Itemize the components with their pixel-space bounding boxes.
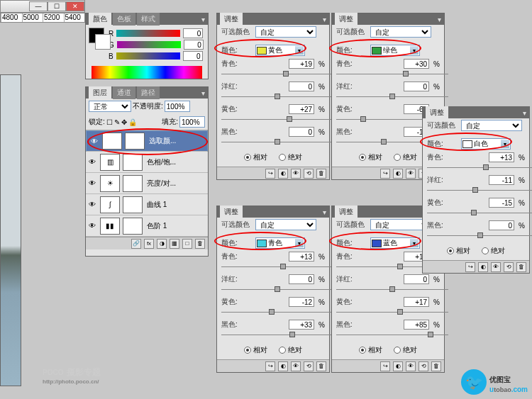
layers-footer-icon[interactable]: □ bbox=[182, 239, 192, 249]
tab-color[interactable]: 颜色 bbox=[89, 13, 111, 26]
adj-footer-icon[interactable]: ⟲ bbox=[419, 361, 428, 371]
color-select[interactable]: 青色▼ bbox=[255, 237, 305, 249]
adj-footer-icon[interactable]: ↪ bbox=[265, 169, 275, 179]
param-input[interactable] bbox=[489, 152, 514, 162]
param-input[interactable] bbox=[489, 175, 514, 185]
lock-pixels-icon[interactable]: ☐ bbox=[106, 118, 113, 126]
color-select[interactable]: 黄色▼ bbox=[255, 45, 305, 56]
param-slider[interactable] bbox=[221, 308, 333, 315]
g-slider[interactable] bbox=[117, 41, 181, 48]
layer-item[interactable]: 👁 ▮▮ 色阶 1 bbox=[86, 215, 208, 237]
adj-footer-icon[interactable]: ◐ bbox=[278, 169, 288, 179]
adj-footer-icon[interactable]: ↪ bbox=[265, 361, 275, 371]
background-color[interactable] bbox=[95, 34, 111, 50]
r-input[interactable] bbox=[183, 28, 203, 38]
param-input[interactable] bbox=[289, 320, 314, 330]
param-slider[interactable] bbox=[221, 286, 333, 293]
layers-footer-icon[interactable]: fx bbox=[144, 239, 154, 249]
layers-footer-icon[interactable]: ▦ bbox=[170, 239, 179, 249]
color-spectrum[interactable] bbox=[92, 66, 202, 79]
preset-select[interactable]: 自定 bbox=[255, 219, 316, 230]
preset-select[interactable]: 自定 bbox=[461, 120, 522, 131]
b-slider[interactable] bbox=[116, 52, 180, 60]
adj-footer-icon[interactable]: ◐ bbox=[278, 361, 288, 371]
r-slider[interactable] bbox=[116, 30, 180, 37]
param-slider[interactable] bbox=[336, 286, 448, 293]
visibility-icon[interactable]: 👁 bbox=[88, 137, 101, 145]
layer-item[interactable]: 👁 ∫ 曲线 1 bbox=[86, 194, 208, 215]
color-select[interactable]: 蓝色▼ bbox=[370, 237, 420, 249]
tab-adjustments[interactable]: 调整 bbox=[220, 13, 243, 26]
adj-footer-icon[interactable]: 👁 bbox=[291, 169, 301, 179]
adj-footer-icon[interactable]: 👁 bbox=[491, 262, 501, 272]
tab-adjustments[interactable]: 调整 bbox=[426, 106, 448, 119]
param-slider[interactable] bbox=[221, 70, 333, 77]
layers-footer-icon[interactable]: 🗑 bbox=[195, 239, 205, 249]
close-button[interactable]: ✕ bbox=[66, 1, 84, 11]
blend-mode-select[interactable]: 正常 bbox=[89, 101, 131, 112]
absolute-radio[interactable]: 绝对 bbox=[394, 152, 417, 162]
param-slider[interactable] bbox=[221, 93, 333, 100]
param-slider[interactable] bbox=[427, 186, 532, 193]
panel-menu-icon[interactable]: ▾ bbox=[438, 16, 441, 23]
visibility-icon[interactable]: 👁 bbox=[86, 179, 99, 187]
fill-input[interactable] bbox=[179, 116, 205, 128]
adj-footer-icon[interactable]: ◐ bbox=[478, 262, 488, 272]
tab-adjustments[interactable]: 调整 bbox=[220, 206, 243, 218]
color-select[interactable]: 白色▼ bbox=[461, 138, 511, 150]
adj-footer-icon[interactable]: ↪ bbox=[380, 169, 390, 179]
param-slider[interactable] bbox=[221, 263, 333, 270]
tab-adjustments[interactable]: 调整 bbox=[335, 206, 358, 218]
param-input[interactable] bbox=[289, 59, 314, 69]
param-input[interactable] bbox=[289, 104, 314, 114]
param-slider[interactable] bbox=[336, 331, 448, 338]
preset-select[interactable]: 自定 bbox=[370, 26, 431, 38]
visibility-icon[interactable]: 👁 bbox=[86, 158, 99, 166]
adj-footer-icon[interactable]: 🗑 bbox=[431, 361, 441, 371]
lock-paint-icon[interactable]: ✎ bbox=[114, 118, 120, 126]
panel-menu-icon[interactable]: ▾ bbox=[323, 208, 326, 216]
adj-footer-icon[interactable]: ⟲ bbox=[304, 169, 314, 179]
adj-footer-icon[interactable]: 👁 bbox=[406, 361, 416, 371]
maximize-button[interactable]: ☐ bbox=[48, 1, 66, 11]
b-input[interactable] bbox=[183, 51, 203, 61]
layers-footer-icon[interactable]: ◑ bbox=[157, 239, 167, 249]
tab-adjustments[interactable]: 调整 bbox=[335, 13, 358, 26]
param-input[interactable] bbox=[289, 82, 314, 91]
param-input[interactable] bbox=[489, 220, 514, 230]
relative-radio[interactable]: 相对 bbox=[359, 152, 382, 162]
param-input[interactable] bbox=[489, 198, 514, 208]
absolute-radio[interactable]: 绝对 bbox=[394, 345, 417, 355]
lock-move-icon[interactable]: ✥ bbox=[121, 118, 127, 126]
adj-footer-icon[interactable]: 🗑 bbox=[516, 262, 526, 272]
param-input[interactable] bbox=[289, 127, 314, 137]
tab-channels[interactable]: 通道 bbox=[113, 86, 135, 99]
relative-radio[interactable]: 相对 bbox=[447, 246, 470, 256]
opacity-input[interactable] bbox=[165, 101, 190, 112]
panel-menu-icon[interactable]: ▾ bbox=[323, 16, 326, 23]
minimize-button[interactable]: — bbox=[29, 1, 48, 11]
absolute-radio[interactable]: 绝对 bbox=[279, 345, 302, 355]
adj-footer-icon[interactable]: ⟲ bbox=[504, 262, 514, 272]
param-input[interactable] bbox=[404, 82, 429, 91]
visibility-icon[interactable]: 👁 bbox=[86, 222, 99, 230]
adj-footer-icon[interactable]: ↪ bbox=[465, 262, 475, 272]
layer-mask[interactable] bbox=[123, 175, 143, 192]
layer-item[interactable]: 👁 ◣ 选取颜... bbox=[86, 130, 208, 152]
adj-footer-icon[interactable]: ◐ bbox=[393, 169, 403, 179]
layer-item[interactable]: 👁 ☀ 亮度/对... bbox=[86, 173, 208, 194]
param-slider[interactable] bbox=[427, 164, 532, 171]
param-input[interactable] bbox=[289, 274, 314, 284]
tab-layers[interactable]: 图层 bbox=[89, 86, 111, 99]
absolute-radio[interactable]: 绝对 bbox=[279, 152, 302, 162]
absolute-radio[interactable]: 绝对 bbox=[482, 246, 505, 256]
foreground-color[interactable] bbox=[89, 28, 104, 43]
visibility-icon[interactable]: 👁 bbox=[86, 201, 99, 208]
panel-menu-icon[interactable]: ▾ bbox=[523, 109, 526, 117]
color-select[interactable]: 绿色▼ bbox=[370, 45, 420, 56]
adj-footer-icon[interactable]: 👁 bbox=[406, 169, 416, 179]
adj-footer-icon[interactable]: ◐ bbox=[393, 361, 403, 371]
tab-paths[interactable]: 路径 bbox=[137, 86, 160, 99]
adj-footer-icon[interactable]: 🗑 bbox=[316, 361, 326, 371]
layer-item[interactable]: 👁 ▥ 色相/饱... bbox=[86, 152, 208, 173]
